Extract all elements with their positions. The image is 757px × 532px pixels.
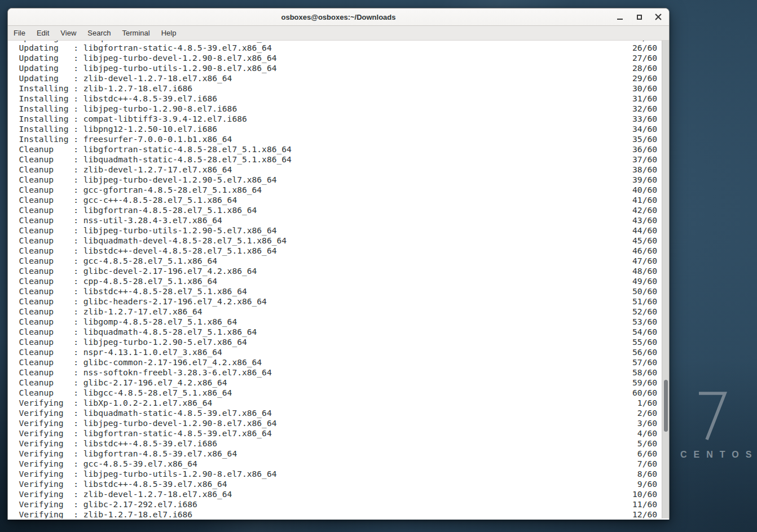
log-counter: 11/60 bbox=[632, 499, 657, 509]
log-counter: 50/60 bbox=[632, 286, 657, 296]
log-action-package: Cleanup : nspr-4.13.1-1.0.el7_3.x86_64 bbox=[9, 347, 222, 357]
log-counter: 54/60 bbox=[632, 327, 657, 337]
minimize-icon bbox=[617, 19, 623, 20]
log-action-package: Cleanup : libquadmath-devel-4.8.5-28.el7… bbox=[9, 236, 287, 246]
centos-7-glyph bbox=[697, 391, 728, 441]
terminal-log-line: Installing : libstdc++-4.8.5-39.el7.i686… bbox=[8, 94, 662, 104]
terminal-log-line: Cleanup : nspr-4.13.1-1.0.el7_3.x86_6456… bbox=[8, 347, 662, 357]
log-counter: 37/60 bbox=[632, 154, 657, 165]
log-action-package: Updating : zlib-devel-1.2.7-18.el7.x86_6… bbox=[9, 73, 232, 83]
terminal-log-line: Cleanup : gcc-c++-4.8.5-28.el7_5.1.x86_6… bbox=[8, 195, 662, 205]
log-action-package: Verifying : glibc-2.17-292.el7.i686 bbox=[9, 499, 197, 509]
log-action-package: Cleanup : glibc-common-2.17-196.el7_4.2.… bbox=[9, 357, 262, 367]
close-icon bbox=[655, 14, 662, 20]
log-action-package: Cleanup : libgomp-4.8.5-28.el7_5.1.x86_6… bbox=[9, 317, 237, 327]
log-action-package: Verifying : libstdc++-4.8.5-39.el7.i686 bbox=[9, 438, 217, 449]
terminal-log-line: Verifying : libgfortran-4.8.5-39.el7.x86… bbox=[8, 449, 662, 459]
terminal-log-line: Cleanup : libjpeg-turbo-1.2.90-5.el7.x86… bbox=[8, 337, 662, 347]
log-counter: 48/60 bbox=[632, 266, 657, 276]
terminal-log-line: Updating : libjpeg-turbo-devel-1.2.90-8.… bbox=[8, 53, 662, 63]
log-action-package: Verifying : libstdc++-4.8.5-39.el7.x86_6… bbox=[9, 479, 227, 489]
terminal-log-line: Installing : libpng12-1.2.50-10.el7.i686… bbox=[8, 124, 662, 134]
log-action-package: Verifying : gcc-4.8.5-39.el7.x86_64 bbox=[9, 459, 197, 469]
log-action-package: Verifying : libgfortran-4.8.5-39.el7.x86… bbox=[9, 449, 237, 459]
terminal-log-line: Cleanup : glibc-2.17-196.el7_4.2.x86_645… bbox=[8, 378, 662, 388]
terminal-log-line: Installing : zlib-1.2.7-18.el7.i68630/60 bbox=[8, 83, 662, 94]
log-counter: 57/60 bbox=[632, 357, 657, 367]
log-action-package: Cleanup : libgcc-4.8.5-28.el7_5.1.x86_64 bbox=[9, 388, 232, 398]
menu-item-view[interactable]: View bbox=[55, 29, 82, 37]
log-counter: 41/60 bbox=[632, 195, 657, 205]
terminal-log-line: Updating : libjpeg-turbo-utils-1.2.90-8.… bbox=[8, 63, 662, 73]
log-counter: 58/60 bbox=[632, 367, 657, 378]
terminal-log-line: Verifying : zlib-1.2.7-18.el7.i68612/60 bbox=[8, 509, 662, 518]
log-action-package: Cleanup : libjpeg-turbo-1.2.90-5.el7.x86… bbox=[9, 337, 247, 347]
log-action-package: Updating : libjpeg-turbo-devel-1.2.90-8.… bbox=[9, 53, 276, 63]
log-counter: 45/60 bbox=[632, 236, 657, 246]
scrollbar-thumb[interactable] bbox=[664, 380, 668, 432]
log-counter: 9/60 bbox=[637, 479, 657, 489]
log-action-package: Cleanup : libquadmath-4.8.5-28.el7_5.1.x… bbox=[9, 327, 257, 337]
log-action-package: Verifying : libquadmath-static-4.8.5-39.… bbox=[9, 408, 272, 418]
window-controls bbox=[614, 8, 664, 25]
log-action-package: Cleanup : libstdc++-devel-4.8.5-28.el7_5… bbox=[9, 246, 276, 256]
maximize-button[interactable] bbox=[633, 11, 645, 23]
scrollbar-track[interactable] bbox=[662, 41, 669, 518]
log-counter: 1/60 bbox=[637, 398, 657, 408]
menu-item-terminal[interactable]: Terminal bbox=[117, 29, 156, 37]
log-action-package: Cleanup : libstdc++-4.8.5-28.el7_5.1.x86… bbox=[9, 286, 247, 296]
terminal-log-line: Cleanup : libjpeg-turbo-devel-1.2.90-5.e… bbox=[8, 175, 662, 185]
log-counter: 55/60 bbox=[632, 337, 657, 347]
terminal-viewport[interactable]: Updating : libquadmath-static-4.8.5-39.e… bbox=[8, 41, 669, 518]
log-counter: 2/60 bbox=[637, 408, 657, 418]
terminal-log-line: Cleanup : nss-util-3.28.4-3.el7.x86_6443… bbox=[8, 215, 662, 225]
log-counter: 7/60 bbox=[637, 459, 657, 469]
desktop-background: CENTOS osboxes@osboxes:~/Downloads File … bbox=[0, 0, 757, 532]
minimize-button[interactable] bbox=[614, 11, 626, 23]
log-counter: 39/60 bbox=[632, 175, 657, 185]
terminal-log-line: Verifying : libXp-1.0.2-2.1.el7.x86_641/… bbox=[8, 398, 662, 408]
titlebar[interactable]: osboxes@osboxes:~/Downloads bbox=[8, 8, 669, 26]
log-counter: 34/60 bbox=[632, 124, 657, 134]
log-action-package: Verifying : libjpeg-turbo-utils-1.2.90-8… bbox=[9, 469, 276, 479]
menu-item-search[interactable]: Search bbox=[82, 29, 116, 37]
log-counter: 32/60 bbox=[632, 104, 657, 114]
log-counter: 28/60 bbox=[632, 63, 657, 73]
log-action-package: Cleanup : glibc-2.17-196.el7_4.2.x86_64 bbox=[9, 378, 227, 388]
terminal-log-line: Cleanup : libquadmath-devel-4.8.5-28.el7… bbox=[8, 236, 662, 246]
centos-watermark-text: CENTOS bbox=[675, 450, 750, 460]
log-action-package: Cleanup : nss-softokn-freebl-3.28.3-6.el… bbox=[9, 367, 272, 378]
log-counter: 47/60 bbox=[632, 256, 657, 266]
log-action-package: Verifying : zlib-1.2.7-18.el7.i686 bbox=[9, 509, 192, 518]
log-counter: 43/60 bbox=[632, 215, 657, 225]
window-title: osboxes@osboxes:~/Downloads bbox=[281, 13, 395, 21]
terminal-log-line: Cleanup : libstdc++-4.8.5-28.el7_5.1.x86… bbox=[8, 286, 662, 296]
menu-item-file[interactable]: File bbox=[8, 29, 31, 37]
terminal-log-line: Verifying : zlib-devel-1.2.7-18.el7.x86_… bbox=[8, 489, 662, 499]
log-counter: 36/60 bbox=[632, 144, 657, 154]
terminal-log-line: Verifying : libstdc++-4.8.5-39.el7.x86_6… bbox=[8, 479, 662, 489]
log-counter: 25/60 bbox=[632, 41, 657, 43]
log-counter: 33/60 bbox=[632, 114, 657, 124]
terminal-log-line: Verifying : libjpeg-turbo-devel-1.2.90-8… bbox=[8, 418, 662, 428]
terminal-log-line-clipped: Updating : libquadmath-static-4.8.5-39.e… bbox=[8, 41, 662, 43]
terminal-log-line: Cleanup : libgomp-4.8.5-28.el7_5.1.x86_6… bbox=[8, 317, 662, 327]
terminal-log-line: Cleanup : zlib-devel-1.2.7-17.el7.x86_64… bbox=[8, 165, 662, 175]
log-counter: 59/60 bbox=[632, 378, 657, 388]
log-action-package: Cleanup : nss-util-3.28.4-3.el7.x86_64 bbox=[9, 215, 222, 225]
log-counter: 12/60 bbox=[632, 509, 657, 518]
log-counter: 8/60 bbox=[637, 469, 657, 479]
log-action-package: Verifying : zlib-devel-1.2.7-18.el7.x86_… bbox=[9, 489, 232, 499]
terminal-log-line: Cleanup : libgfortran-4.8.5-28.el7_5.1.x… bbox=[8, 205, 662, 215]
close-button[interactable] bbox=[652, 11, 664, 23]
log-counter: 30/60 bbox=[632, 83, 657, 94]
terminal-log-line: Cleanup : libquadmath-static-4.8.5-28.el… bbox=[8, 154, 662, 165]
log-action-package: Installing : freesurfer-7.0.0-0.1.b1.x86… bbox=[9, 134, 232, 144]
terminal-log-line: Cleanup : gcc-4.8.5-28.el7_5.1.x86_6447/… bbox=[8, 256, 662, 266]
terminal-log-line: Cleanup : libjpeg-turbo-utils-1.2.90-5.e… bbox=[8, 225, 662, 236]
menu-item-help[interactable]: Help bbox=[156, 29, 182, 37]
menu-item-edit[interactable]: Edit bbox=[31, 29, 55, 37]
terminal-log-line: Installing : compat-libtiff3-3.9.4-12.el… bbox=[8, 114, 662, 124]
terminal-log-line: Updating : libquadmath-static-4.8.5-39.e… bbox=[8, 41, 662, 43]
terminal-log-line: Cleanup : glibc-devel-2.17-196.el7_4.2.x… bbox=[8, 266, 662, 276]
